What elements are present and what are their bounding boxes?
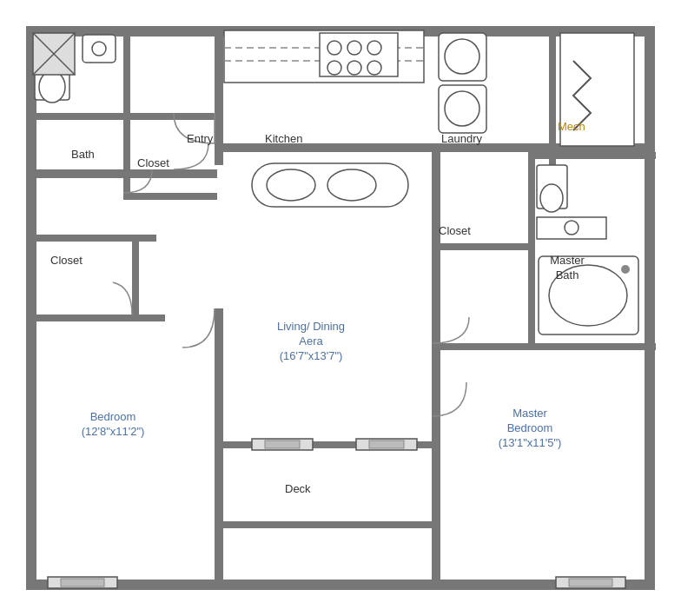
svg-rect-15 (123, 193, 217, 200)
svg-point-33 (39, 71, 65, 103)
svg-rect-29 (549, 26, 556, 178)
svg-point-47 (327, 61, 341, 75)
svg-rect-68 (369, 440, 404, 448)
svg-point-48 (347, 61, 361, 75)
svg-point-61 (565, 221, 579, 235)
floor-plan: .wall { stroke: #555; stroke-width: 7; f… (0, 0, 681, 616)
svg-point-51 (267, 169, 315, 201)
svg-point-59 (540, 184, 563, 212)
svg-rect-14 (123, 113, 130, 200)
svg-point-52 (327, 169, 376, 201)
svg-rect-24 (432, 441, 439, 528)
svg-rect-3 (645, 26, 655, 590)
svg-rect-22 (215, 521, 440, 528)
svg-rect-27 (432, 243, 532, 250)
svg-point-44 (327, 41, 341, 55)
svg-rect-70 (569, 579, 612, 586)
svg-rect-57 (560, 33, 634, 146)
svg-point-56 (445, 91, 479, 126)
svg-rect-23 (215, 441, 221, 528)
svg-point-46 (367, 41, 381, 55)
svg-rect-66 (265, 440, 300, 448)
svg-point-64 (621, 265, 630, 274)
svg-point-45 (347, 41, 361, 55)
svg-point-35 (92, 42, 106, 56)
svg-point-49 (367, 61, 381, 75)
svg-point-63 (549, 265, 627, 326)
svg-rect-13 (123, 113, 217, 120)
svg-rect-31 (432, 343, 647, 350)
svg-rect-6 (432, 152, 440, 416)
svg-rect-18 (26, 315, 165, 321)
svg-rect-26 (528, 152, 656, 159)
svg-rect-17 (132, 235, 139, 321)
svg-rect-8 (26, 169, 217, 178)
svg-rect-2 (26, 26, 36, 590)
svg-rect-72 (61, 579, 104, 586)
svg-point-55 (445, 39, 479, 74)
svg-rect-9 (215, 143, 434, 152)
